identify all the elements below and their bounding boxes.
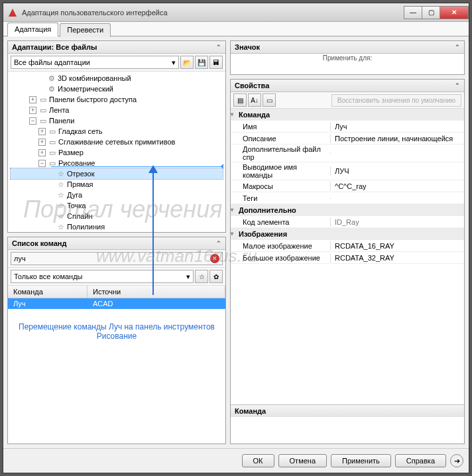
tree-item[interactable]: +▭Сглаживание сетевых примитивов	[11, 137, 223, 147]
command-list-header: Команда Источни	[8, 286, 225, 298]
maximize-button[interactable]: ▢	[422, 6, 440, 19]
annotation-text: Перемещение команды Луч на панель инстру…	[8, 309, 225, 354]
insert-indicator	[51, 166, 223, 167]
prop-category[interactable]: ▿Команда	[231, 109, 464, 121]
ribbon-icon: ▭	[38, 106, 48, 115]
tree-item[interactable]: ☆Прямая	[11, 179, 223, 190]
tree-item[interactable]: +▭Размер	[11, 147, 223, 158]
tree-item[interactable]: ⚙3D комбинированный	[11, 73, 223, 84]
tree-item[interactable]: ☆Сплайн	[11, 211, 223, 221]
clear-search-icon[interactable]: ✕	[210, 254, 219, 263]
help-panel-title: Команда	[235, 407, 460, 415]
panels-icon: ▭	[38, 117, 48, 125]
tree-item[interactable]: +▭Панели быстрого доступа	[11, 94, 223, 105]
insert-indicator-cap	[221, 164, 223, 169]
properties-title: Свойства	[235, 82, 455, 89]
star-icon: ☆	[56, 212, 66, 221]
help-icon[interactable]: ➔	[450, 454, 463, 467]
prop-row: Код элементаID_Ray	[231, 216, 464, 228]
prop-category[interactable]: ▿Дополнительно	[231, 204, 464, 216]
help-button[interactable]: Справка	[395, 454, 446, 467]
prop-row[interactable]: Дополнительный файл спр	[231, 145, 464, 162]
collapse-icon[interactable]: ⌃	[216, 44, 221, 50]
save-all-button[interactable]: 🖬	[209, 56, 223, 69]
prop-row[interactable]: Макросы^C^C_ray	[231, 180, 464, 192]
close-button[interactable]: ✕	[440, 6, 469, 19]
prop-row[interactable]: ИмяЛуч	[231, 121, 464, 133]
window-title: Адаптация пользовательского интерфейса	[22, 9, 404, 17]
cancel-button[interactable]: Отмена	[278, 454, 327, 467]
alphabetical-button[interactable]: A↓	[248, 93, 261, 107]
open-file-button[interactable]: 📂	[180, 56, 194, 69]
tab-adapt[interactable]: Адаптация	[7, 23, 58, 36]
prop-row[interactable]: Большое изображениеRCDATA_32_RAY	[231, 252, 464, 264]
collapse-icon[interactable]: ⌃	[216, 240, 221, 247]
minimize-button[interactable]: —	[404, 6, 422, 19]
tab-translate[interactable]: Перевести	[60, 23, 111, 37]
gear-icon: ⚙	[47, 85, 56, 93]
prop-category[interactable]: ▿Изображения	[231, 228, 464, 240]
panel-icon: ▭	[48, 138, 57, 147]
collapse-icon[interactable]: ⌃	[455, 44, 460, 50]
tree-item[interactable]: ⚙Изометрический	[11, 84, 223, 94]
tree-item-selected[interactable]: ☆Отрезок	[11, 168, 223, 179]
restore-defaults-button[interactable]: Восстановить значения по умолчанию	[331, 94, 461, 107]
ok-button[interactable]: ОК	[242, 454, 274, 467]
prop-page-button[interactable]: ▭	[263, 93, 276, 107]
tree-item[interactable]: −▭Панели	[11, 115, 223, 126]
find-command-button[interactable]: ✿	[209, 270, 223, 283]
customization-file-select[interactable]: Все файлы адаптации▾	[11, 56, 179, 69]
command-filter-select[interactable]: Только все команды▾	[11, 270, 194, 283]
star-icon: ☆	[56, 191, 66, 200]
command-list[interactable]: Луч ACAD Перемещение команды Луч на пане…	[8, 298, 225, 444]
command-list-title: Список команд	[12, 239, 216, 247]
tree-item[interactable]: +▭Гладкая сеть	[11, 126, 223, 137]
collapse-icon[interactable]: ⌃	[455, 82, 460, 89]
prop-row[interactable]: Теги	[231, 192, 464, 204]
list-row-selected[interactable]: Луч ACAD	[8, 298, 225, 309]
star-icon: ☆	[56, 223, 66, 231]
tree-item[interactable]: +▭Лента	[11, 105, 223, 115]
tree-item[interactable]: ☆Полилиния	[11, 221, 223, 232]
command-search-input[interactable]: луч✕	[11, 252, 223, 265]
prop-row[interactable]: Выводимое имя командыЛУЧ	[231, 162, 464, 180]
new-command-button[interactable]: ☆	[195, 270, 208, 283]
icon-panel-title: Значок	[235, 43, 455, 51]
tree-item[interactable]: ☆Дуга	[11, 190, 223, 200]
star-icon: ☆	[56, 180, 66, 189]
star-icon: ☆	[56, 202, 66, 210]
toolbar-icon: ▭	[38, 95, 48, 104]
panel-icon: ▭	[48, 149, 57, 157]
tree-item[interactable]: ☆Точка	[11, 200, 223, 211]
app-icon	[7, 7, 18, 18]
panel-icon: ▭	[48, 127, 57, 136]
customizations-title: Адаптации: Все файлы	[12, 43, 216, 51]
star-icon: ☆	[56, 170, 66, 178]
apply-button[interactable]: Применить	[331, 454, 391, 467]
titlebar: Адаптация пользовательского интерфейса —…	[3, 3, 469, 22]
customization-tree[interactable]: ⚙3D комбинированный ⚙Изометрический +▭Па…	[8, 72, 225, 232]
save-button[interactable]: 💾	[195, 56, 208, 69]
prop-row[interactable]: ОписаниеПостроение линии, начинающейся	[231, 133, 464, 145]
main-tabs: Адаптация Перевести	[3, 22, 469, 36]
help-area	[231, 417, 464, 444]
categorized-button[interactable]: ▤	[233, 93, 247, 107]
gear-icon: ⚙	[47, 74, 56, 83]
prop-row[interactable]: Малое изображениеRCDATA_16_RAY	[231, 240, 464, 252]
apply-to-label: Применить для:	[231, 54, 464, 62]
property-grid[interactable]: ▿Команда ИмяЛуч ОписаниеПостроение линии…	[231, 109, 464, 404]
